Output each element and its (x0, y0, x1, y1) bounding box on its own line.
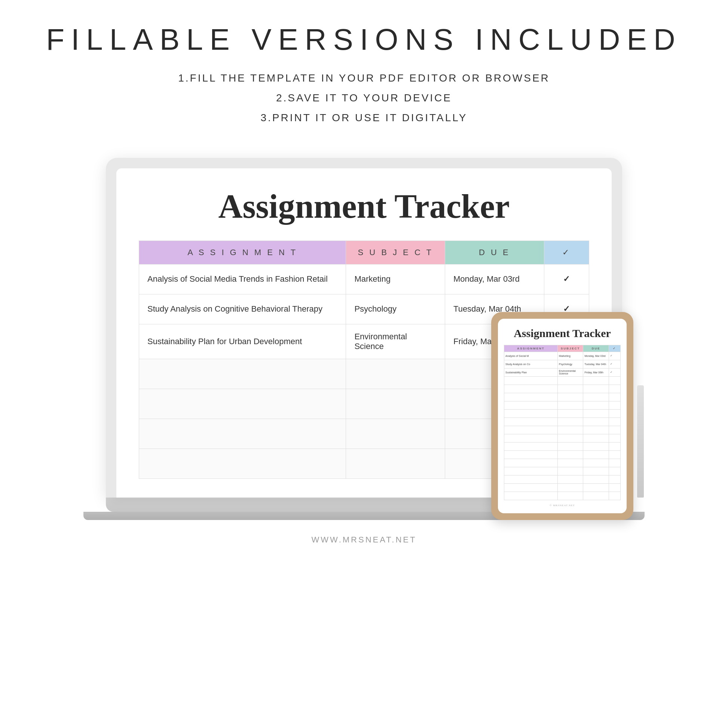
tablet-row-2-col-1: Environmental Science (558, 368, 583, 376)
tablet-pencil (637, 385, 644, 497)
tablet-col-subject: SUBJECT (558, 345, 583, 352)
tablet-row-13-col-3 (609, 459, 620, 467)
tablet-row-6-col-1 (558, 401, 583, 409)
tablet-row-4-col-1 (558, 385, 583, 393)
tablet-row-0-col-1: Marketing (558, 352, 583, 360)
tablet-row-15-col-2 (583, 475, 609, 483)
tablet-row-12-col-2 (583, 450, 609, 459)
mockup-wrapper: Assignment Tracker A S S I G N M E N T S… (15, 158, 713, 520)
page-title: FILLABLE VERSIONS INCLUDED (46, 23, 682, 57)
tablet-row-14-col-2 (583, 467, 609, 475)
tablet-row-15-col-0 (504, 475, 558, 483)
tablet-wrapper: Assignment Tracker ASSIGNMENT SUBJECT DU… (491, 312, 633, 520)
tablet-row-5-col-0 (504, 393, 558, 401)
row-subject-3 (346, 359, 445, 389)
tablet-row-5-col-3 (609, 393, 620, 401)
instructions-block: 1.FILL THE TEMPLATE IN YOUR PDF EDITOR O… (178, 68, 550, 128)
tablet-row-5-col-2 (583, 393, 609, 401)
row-assignment-2: Sustainability Plan for Urban Developmen… (139, 324, 346, 359)
tablet-row-9-col-3 (609, 426, 620, 434)
row-subject-4 (346, 389, 445, 419)
tablet-row-3-col-0 (504, 376, 558, 385)
instruction-3: 3.PRINT IT OR USE IT DIGITALLY (178, 108, 550, 128)
tracker-title: Assignment Tracker (139, 187, 589, 226)
tablet-row-15-col-3 (609, 475, 620, 483)
tablet-row-17-col-0 (504, 492, 558, 500)
tablet-footer: © MRSNEAT.NET (504, 504, 621, 507)
tablet-row-8-col-1 (558, 418, 583, 426)
col-header-assignment: A S S I G N M E N T (139, 240, 346, 264)
tablet-row-4-col-3 (609, 385, 620, 393)
row-subject-6 (346, 448, 445, 479)
tablet-row-13-col-2 (583, 459, 609, 467)
tablet-row-9-col-2 (583, 426, 609, 434)
row-assignment-4 (139, 389, 346, 419)
tablet-row-1-col-3: ✓ (609, 360, 620, 368)
tablet-col-due: DUE (583, 345, 609, 352)
row-assignment-0: Analysis of Social Media Trends in Fashi… (139, 264, 346, 294)
tablet-screen: Assignment Tracker ASSIGNMENT SUBJECT DU… (498, 319, 627, 513)
tablet-row-8-col-2 (583, 418, 609, 426)
tablet-row-1-col-0: Study Analysis on Co (504, 360, 558, 368)
tablet-row-16-col-3 (609, 483, 620, 492)
row-assignment-3 (139, 359, 346, 389)
tablet-row-5-col-1 (558, 393, 583, 401)
tablet-row-14-col-0 (504, 467, 558, 475)
instruction-1: 1.FILL THE TEMPLATE IN YOUR PDF EDITOR O… (178, 68, 550, 88)
instruction-2: 2.SAVE IT TO YOUR DEVICE (178, 88, 550, 108)
row-check-0: ✓ (544, 264, 589, 294)
tablet-row-9-col-0 (504, 426, 558, 434)
col-header-check: ✓ (544, 240, 589, 264)
tablet-row-10-col-3 (609, 434, 620, 442)
tablet-row-0-col-3: ✓ (609, 352, 620, 360)
tablet-row-2-col-2: Friday, Mar 06th (583, 368, 609, 376)
row-subject-0: Marketing (346, 264, 445, 294)
tablet-row-16-col-2 (583, 483, 609, 492)
tablet-row-13-col-0 (504, 459, 558, 467)
tablet-row-11-col-3 (609, 442, 620, 450)
tablet-row-7-col-1 (558, 409, 583, 418)
tablet-row-11-col-0 (504, 442, 558, 450)
tablet-row-15-col-1 (558, 475, 583, 483)
tablet-row-7-col-3 (609, 409, 620, 418)
footer-url: WWW.MRSNEAT.NET (312, 535, 417, 545)
tablet-row-3-col-2 (583, 376, 609, 385)
tablet-row-2-col-3: ✓ (609, 368, 620, 376)
tablet-mockup: Assignment Tracker ASSIGNMENT SUBJECT DU… (491, 312, 633, 520)
tablet-row-17-col-1 (558, 492, 583, 500)
tablet-row-4-col-2 (583, 385, 609, 393)
tablet-row-16-col-0 (504, 483, 558, 492)
row-subject-5 (346, 419, 445, 448)
tablet-row-14-col-3 (609, 467, 620, 475)
tablet-row-8-col-0 (504, 418, 558, 426)
row-assignment-5 (139, 419, 346, 448)
tablet-row-12-col-1 (558, 450, 583, 459)
tablet-row-13-col-1 (558, 459, 583, 467)
tablet-row-17-col-2 (583, 492, 609, 500)
tablet-row-12-col-0 (504, 450, 558, 459)
tablet-row-14-col-1 (558, 467, 583, 475)
tablet-col-assignment: ASSIGNMENT (504, 345, 558, 352)
tablet-row-1-col-2: Tuesday, Mar 04th (583, 360, 609, 368)
tablet-row-11-col-1 (558, 442, 583, 450)
tablet-row-10-col-0 (504, 434, 558, 442)
col-header-due: D U E (445, 240, 544, 264)
tablet-row-0-col-0: Analysis of Social M (504, 352, 558, 360)
tablet-row-0-col-2: Monday, Mar 03rd (583, 352, 609, 360)
row-due-0: Monday, Mar 03rd (445, 264, 544, 294)
tablet-row-6-col-3 (609, 401, 620, 409)
tablet-col-check: ✓ (609, 345, 620, 352)
row-subject-1: Psychology (346, 294, 445, 324)
tablet-row-17-col-3 (609, 492, 620, 500)
tablet-row-11-col-2 (583, 442, 609, 450)
tablet-tracker-title: Assignment Tracker (504, 327, 621, 340)
tablet-row-10-col-2 (583, 434, 609, 442)
col-header-subject: S U B J E C T (346, 240, 445, 264)
tablet-row-10-col-1 (558, 434, 583, 442)
tablet-table: ASSIGNMENT SUBJECT DUE ✓ Analysis of Soc… (504, 345, 621, 500)
tablet-row-16-col-1 (558, 483, 583, 492)
tablet-row-12-col-3 (609, 450, 620, 459)
tablet-row-9-col-1 (558, 426, 583, 434)
tablet-row-7-col-2 (583, 409, 609, 418)
tablet-row-6-col-2 (583, 401, 609, 409)
